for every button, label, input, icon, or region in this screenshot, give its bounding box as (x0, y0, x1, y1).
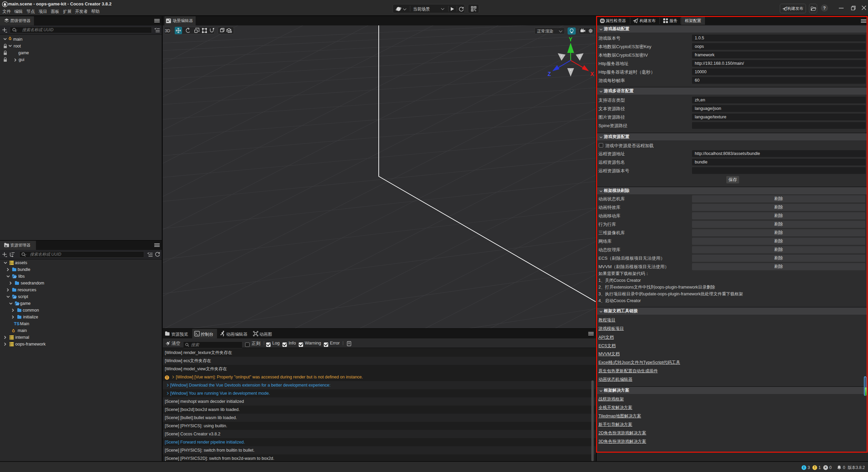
svg-text:TS: TS (14, 321, 20, 326)
svg-text:Y: Y (569, 37, 573, 42)
svg-text:Z: Z (548, 71, 551, 77)
svg-text:X: X (590, 71, 594, 77)
